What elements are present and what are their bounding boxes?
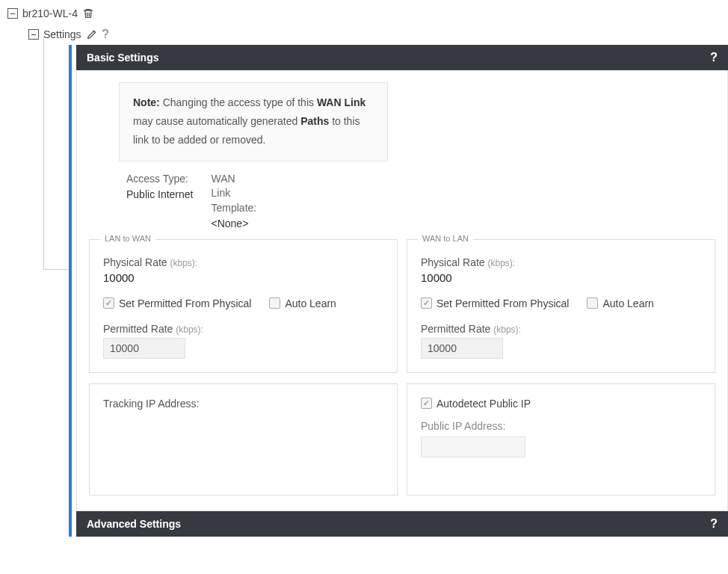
physical-rate-label: Physical Rate (kbps): <box>421 256 701 268</box>
public-ip-address-input[interactable] <box>421 436 525 457</box>
set-permitted-checkbox[interactable] <box>421 297 432 309</box>
permitted-rate-label: Permitted Rate (kbps): <box>103 323 383 335</box>
advanced-settings-title: Advanced Settings <box>87 518 181 530</box>
physical-rate-label: Physical Rate (kbps): <box>103 256 383 268</box>
permitted-rate-input[interactable] <box>103 338 185 359</box>
auto-learn-checkbox[interactable] <box>269 297 280 309</box>
set-permitted-checkbox[interactable] <box>103 297 114 309</box>
tree-node-root[interactable]: − br210-WL-4 <box>7 3 728 24</box>
help-icon[interactable]: ? <box>710 51 718 64</box>
note-prefix: Note: <box>133 96 160 108</box>
public-ip-group: Autodetect Public IP Public IP Address: <box>407 383 715 496</box>
nav-tree: − br210-WL-4 − Settings ? <box>0 0 728 45</box>
help-icon[interactable]: ? <box>710 517 718 531</box>
settings-panel: Basic Settings ? Note: Changing the acce… <box>69 45 728 537</box>
trash-icon[interactable] <box>82 7 94 19</box>
basic-settings-header: Basic Settings ? <box>76 45 728 70</box>
auto-learn-label: Auto Learn <box>602 297 654 309</box>
tree-settings-label: Settings <box>43 28 81 40</box>
physical-rate-value[interactable]: 10000 <box>103 271 383 284</box>
note-box: Note: Changing the access type of this W… <box>119 82 388 161</box>
collapse-icon[interactable]: − <box>28 29 39 40</box>
auto-learn-label: Auto Learn <box>285 297 336 309</box>
meta-row: Access Type: Public Internet WAN Link Te… <box>126 172 715 232</box>
set-permitted-label: Set Permitted From Physical <box>119 297 251 309</box>
permitted-rate-label: Permitted Rate (kbps): <box>421 323 701 335</box>
autodetect-public-ip-label: Autodetect Public IP <box>437 398 531 410</box>
advanced-settings-header[interactable]: Advanced Settings ? <box>76 511 728 537</box>
auto-learn-checkbox[interactable] <box>587 297 598 309</box>
set-permitted-label: Set Permitted From Physical <box>437 297 569 309</box>
public-ip-address-label: Public IP Address: <box>421 420 701 432</box>
basic-settings-title: Basic Settings <box>87 52 158 64</box>
lan-to-wan-legend: LAN to WAN <box>100 234 155 243</box>
help-icon[interactable]: ? <box>102 28 109 41</box>
edit-icon[interactable] <box>86 28 98 40</box>
collapse-icon[interactable]: − <box>7 8 18 19</box>
tree-root-label: br210-WL-4 <box>22 7 78 19</box>
lan-to-wan-group: LAN to WAN Physical Rate (kbps): 10000 S… <box>89 239 398 373</box>
wan-link-template-value: <None> <box>212 217 257 232</box>
access-type-label: Access Type: <box>126 172 194 187</box>
physical-rate-value[interactable]: 10000 <box>421 271 701 284</box>
wan-link-template-label: WAN Link Template: <box>212 172 257 216</box>
tracking-ip-label: Tracking IP Address: <box>103 398 383 410</box>
wan-to-lan-legend: WAN to LAN <box>418 234 473 243</box>
basic-settings-body: Note: Changing the access type of this W… <box>76 70 728 511</box>
tree-node-settings[interactable]: − Settings ? <box>7 24 728 45</box>
permitted-rate-input[interactable] <box>421 338 503 359</box>
access-type-value: Public Internet <box>126 188 194 203</box>
tracking-ip-group: Tracking IP Address: <box>89 383 398 496</box>
wan-to-lan-group: WAN to LAN Physical Rate (kbps): 10000 S… <box>407 239 715 373</box>
autodetect-public-ip-checkbox[interactable] <box>421 398 432 409</box>
